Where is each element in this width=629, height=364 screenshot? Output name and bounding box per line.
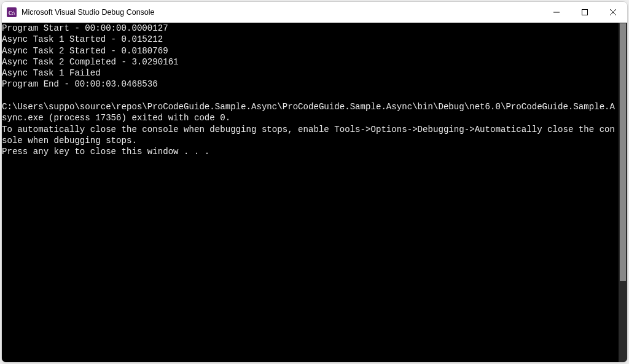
titlebar[interactable]: C:\ Microsoft Visual Studio Debug Consol… <box>2 2 627 23</box>
maximize-button[interactable] <box>571 2 599 22</box>
minimize-button[interactable] <box>542 2 571 22</box>
app-icon: C:\ <box>7 7 17 17</box>
console-line: Press any key to close this window . . . <box>2 146 619 157</box>
console-line: Async Task 2 Started - 0.0180769 <box>2 45 619 56</box>
console-line: C:\Users\suppo\source\repos\ProCodeGuide… <box>2 101 619 124</box>
window-title: Microsoft Visual Studio Debug Console <box>21 8 155 17</box>
scrollbar-thumb[interactable] <box>620 23 626 281</box>
svg-text:C:\: C:\ <box>9 10 15 15</box>
window-controls <box>542 2 627 22</box>
console-line: Async Task 1 Started - 0.015212 <box>2 34 619 45</box>
console-line <box>2 90 619 101</box>
svg-rect-3 <box>582 9 588 15</box>
scrollbar-track[interactable] <box>619 23 627 362</box>
console-output[interactable]: Program Start - 00:00:00.0000127Async Ta… <box>2 23 619 362</box>
console-line: To automatically close the console when … <box>2 124 619 147</box>
console-line: Async Task 2 Completed - 3.0290161 <box>2 56 619 68</box>
close-button[interactable] <box>599 2 627 22</box>
console-line: Program Start - 00:00:00.0000127 <box>2 23 619 34</box>
console-wrap: Program Start - 00:00:00.0000127Async Ta… <box>2 23 627 362</box>
app-window: C:\ Microsoft Visual Studio Debug Consol… <box>1 1 628 363</box>
console-line: Async Task 1 Failed <box>2 68 619 79</box>
console-line: Program End - 00:00:03.0468536 <box>2 79 619 90</box>
